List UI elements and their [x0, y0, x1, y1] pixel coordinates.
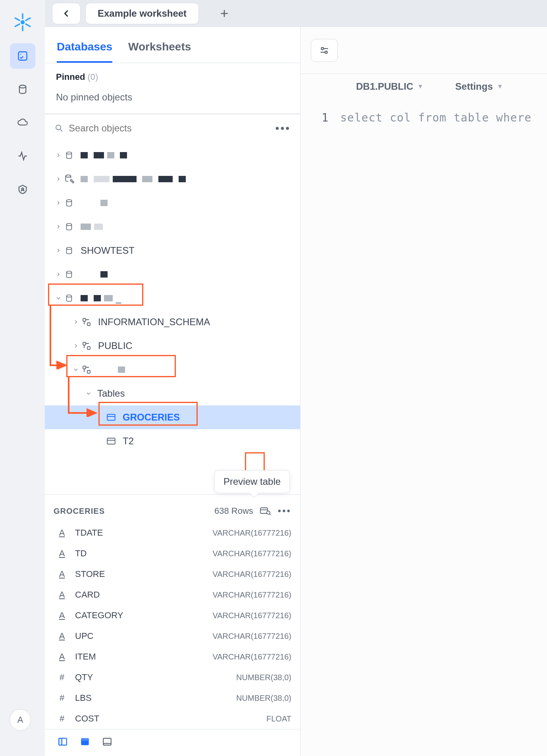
left-nav-rail: A: [0, 0, 45, 756]
context-selector[interactable]: DB1.PUBLIC ▼: [356, 81, 424, 92]
chevron-right-icon: [54, 224, 62, 230]
column-row[interactable]: ATDVARCHAR(16777216): [54, 543, 291, 564]
svg-point-30: [321, 47, 324, 50]
context-bar: DB1.PUBLIC ▼ Settings ▼: [300, 74, 547, 99]
svg-point-0: [21, 21, 24, 24]
settings-toggle-button[interactable]: [311, 39, 338, 62]
svg-point-7: [65, 175, 71, 177]
tables-group[interactable]: Tables: [45, 382, 300, 405]
columns-list: ATDATEVARCHAR(16777216)ATDVARCHAR(167772…: [45, 523, 300, 729]
column-type: VARCHAR(16777216): [212, 652, 291, 662]
table-item-t2[interactable]: T2: [45, 429, 300, 453]
code-line: select col from table where: [340, 111, 532, 124]
db-item-redacted-3[interactable]: [45, 191, 300, 215]
avatar[interactable]: A: [10, 709, 31, 731]
column-row[interactable]: #COSTFLOAT: [54, 708, 291, 729]
db-item-expanded[interactable]: _: [45, 286, 300, 310]
layout-icon-full[interactable]: [80, 737, 90, 749]
column-name: ITEM: [75, 652, 212, 662]
pinned-title: Pinned (0): [56, 72, 289, 82]
column-name: CARD: [75, 590, 212, 600]
sidebar-tabs: Databases Worksheets: [45, 27, 300, 63]
svg-rect-22: [107, 438, 115, 444]
table-icon: [104, 436, 118, 446]
svg-point-24: [267, 511, 270, 514]
snowflake-logo: [12, 11, 34, 35]
svg-point-3: [19, 85, 25, 88]
column-type: NUMBER(38,0): [236, 673, 291, 682]
schema-item-public[interactable]: PUBLIC: [45, 334, 300, 358]
main-region: Example worksheet Databases Worksheets P…: [45, 0, 547, 756]
new-tab-button[interactable]: [215, 4, 234, 23]
column-name: UPC: [75, 631, 212, 641]
svg-rect-17: [83, 342, 86, 345]
column-row[interactable]: AITEMVARCHAR(16777216): [54, 646, 291, 667]
db-item-redacted-1[interactable]: [45, 143, 300, 167]
table-item-groceries[interactable]: GROCERIES: [45, 405, 300, 429]
database-icon: [62, 294, 76, 303]
column-type: NUMBER(38,0): [236, 694, 291, 703]
view-mode-bar: [45, 729, 300, 756]
nav-data[interactable]: [10, 77, 35, 102]
schema-label: INFORMATION_SCHEMA: [98, 316, 210, 328]
svg-point-4: [21, 188, 23, 190]
text-type-icon: A: [54, 652, 70, 662]
settings-dropdown[interactable]: Settings ▼: [455, 81, 503, 92]
nav-admin[interactable]: [10, 177, 35, 202]
column-row[interactable]: #LBSNUMBER(38,0): [54, 688, 291, 708]
chevron-right-icon: [72, 319, 80, 325]
db-item-showtest[interactable]: SHOWTEST: [45, 239, 300, 262]
column-row[interactable]: ACARDVARCHAR(16777216): [54, 584, 291, 605]
column-row[interactable]: #QTYNUMBER(38,0): [54, 667, 291, 688]
detail-more-menu[interactable]: •••: [278, 505, 291, 517]
search-more-menu[interactable]: •••: [275, 122, 291, 135]
layout-icon-split[interactable]: [58, 737, 68, 749]
svg-point-11: [67, 224, 72, 226]
layout-icon-alt[interactable]: [102, 737, 112, 749]
search-input[interactable]: [69, 123, 275, 134]
svg-point-2: [20, 54, 21, 54]
svg-point-13: [67, 271, 72, 274]
nav-worksheets[interactable]: [10, 43, 35, 69]
chevron-down-icon: [72, 366, 80, 373]
shared-database-icon: [62, 174, 76, 184]
pinned-section: Pinned (0) No pinned objects: [45, 63, 300, 113]
column-row[interactable]: AUPCVARCHAR(16777216): [54, 626, 291, 646]
column-name: LBS: [75, 693, 236, 703]
text-type-icon: A: [54, 548, 70, 559]
chevron-right-icon: [54, 176, 62, 182]
tab-databases[interactable]: Databases: [57, 40, 112, 63]
column-row[interactable]: ACATEGORYVARCHAR(16777216): [54, 605, 291, 626]
editor-toolbar: [300, 27, 547, 74]
code-editor[interactable]: 1 select col from table where: [300, 99, 547, 124]
detail-header: GROCERIES 638 Rows •••: [45, 495, 300, 523]
text-type-icon: A: [54, 569, 70, 579]
db-item-redacted-2[interactable]: [45, 167, 300, 191]
db-item-redacted-5[interactable]: [45, 262, 300, 286]
chevron-right-icon: [54, 152, 62, 158]
schema-item-information[interactable]: INFORMATION_SCHEMA: [45, 310, 300, 334]
column-name: COST: [75, 714, 266, 724]
nav-compute[interactable]: [10, 110, 35, 135]
preview-table-tooltip: Preview table: [214, 470, 290, 493]
column-row[interactable]: ATDATEVARCHAR(16777216): [54, 523, 291, 543]
column-name: STORE: [75, 569, 212, 579]
svg-rect-26: [59, 738, 62, 745]
chevron-right-icon: [54, 271, 62, 278]
svg-rect-18: [87, 347, 90, 349]
svg-point-5: [56, 125, 61, 130]
schema-item-expanded[interactable]: [45, 358, 300, 382]
preview-table-button[interactable]: [256, 502, 274, 520]
settings-label: Settings: [455, 81, 493, 92]
db-item-redacted-4[interactable]: [45, 215, 300, 239]
column-type: VARCHAR(16777216): [212, 549, 291, 558]
table-label: GROCERIES: [123, 412, 180, 423]
nav-activity[interactable]: [10, 143, 35, 169]
text-type-icon: A: [54, 590, 70, 600]
worksheet-tab[interactable]: Example worksheet: [85, 3, 199, 24]
column-row[interactable]: ASTOREVARCHAR(16777216): [54, 564, 291, 584]
svg-point-12: [67, 247, 72, 250]
tab-worksheets[interactable]: Worksheets: [128, 40, 191, 63]
back-button[interactable]: [52, 3, 81, 24]
column-type: VARCHAR(16777216): [212, 528, 291, 538]
